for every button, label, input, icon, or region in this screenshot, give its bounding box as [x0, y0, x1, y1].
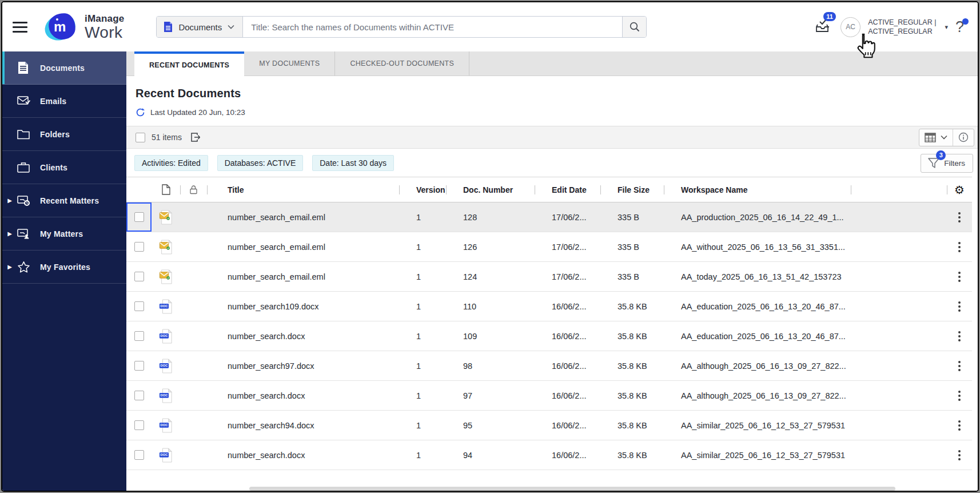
row-select-cell	[126, 381, 152, 410]
row-checkbox[interactable]	[134, 361, 144, 371]
info-button[interactable]	[953, 129, 974, 146]
select-all-checkbox[interactable]	[136, 133, 145, 142]
header-select-column	[126, 177, 152, 202]
table-body: number_search_email.eml 1 128 17/06/2...…	[126, 202, 972, 470]
row-checkbox[interactable]	[134, 450, 144, 460]
refresh-icon[interactable]	[136, 108, 145, 117]
filter-chips-row: Activities: Edited Databases: ACTIVE Dat…	[134, 153, 973, 173]
row-actions-kebab-icon[interactable]	[947, 331, 972, 341]
clients-icon	[17, 161, 31, 174]
search-scope-dropdown[interactable]: Documents	[157, 17, 243, 37]
row-checkbox[interactable]	[134, 301, 144, 311]
cell-version: 1	[399, 242, 446, 252]
table-view-button[interactable]	[919, 129, 953, 146]
row-actions-kebab-icon[interactable]	[947, 212, 972, 222]
expand-chevron-icon[interactable]: ▶	[2, 264, 17, 270]
tab-recent-documents[interactable]: RECENT DOCUMENTS	[134, 51, 244, 76]
horizontal-scrollbar-thumb[interactable]	[249, 487, 895, 491]
imanage-logo-icon: m	[45, 13, 78, 41]
tab-my-documents[interactable]: MY DOCUMENTS	[244, 51, 335, 75]
row-actions-kebab-icon[interactable]	[947, 301, 972, 312]
column-title[interactable]: Title	[207, 177, 399, 202]
cell-title[interactable]: number_search_email.eml	[207, 242, 399, 252]
row-actions-kebab-icon[interactable]	[947, 420, 972, 431]
cell-edit-date: 16/06/2...	[535, 332, 600, 341]
sidebar-item-my-favorites[interactable]: ▶ My Favorites	[2, 251, 126, 284]
sidebar-item-label: Clients	[40, 163, 67, 172]
row-checkbox[interactable]	[134, 391, 144, 400]
row-checkbox[interactable]	[134, 212, 144, 222]
filter-chip[interactable]: Databases: ACTIVE	[217, 155, 304, 171]
sidebar-item-clients[interactable]: ▶ Clients	[2, 151, 126, 184]
row-actions-kebab-icon[interactable]	[947, 361, 972, 371]
gear-icon[interactable]: ⚙	[954, 184, 965, 196]
table-row[interactable]: number_search_email.eml 1 126 17/06/2...…	[126, 232, 972, 262]
column-doc-number[interactable]: Doc. Number	[446, 177, 535, 202]
notifications-button[interactable]: 11	[814, 17, 833, 37]
expand-chevron-icon[interactable]: ▶	[2, 230, 17, 237]
table-row[interactable]: DOC number_search109.docx 1 110 16/06/2.…	[126, 292, 972, 321]
column-version[interactable]: Version	[399, 177, 446, 202]
tab-strip: RECENT DOCUMENTS MY DOCUMENTS CHECKED-OU…	[126, 51, 978, 76]
hamburger-menu-icon[interactable]	[13, 22, 27, 33]
table-row[interactable]: DOC number_search94.docx 1 95 16/06/2...…	[126, 411, 972, 440]
search-input[interactable]	[243, 17, 622, 37]
cell-version: 1	[399, 272, 446, 281]
table-row[interactable]: number_search_email.eml 1 124 17/06/2...…	[126, 262, 972, 292]
cell-title[interactable]: number_search94.docx	[207, 421, 399, 430]
cell-file-size: 35.8 KB	[600, 361, 664, 371]
row-actions-kebab-icon[interactable]	[947, 242, 972, 252]
cell-title[interactable]: number_search_email.eml	[207, 213, 399, 222]
export-icon[interactable]	[190, 132, 201, 143]
row-actions-kebab-icon[interactable]	[947, 450, 972, 460]
table-row[interactable]: DOC number_search.docx 1 94 16/06/2... 3…	[126, 440, 972, 470]
filter-chip[interactable]: Activities: Edited	[134, 155, 208, 171]
help-button[interactable]: ?	[955, 18, 969, 36]
sidebar-item-folders[interactable]: ▶ Folders	[2, 118, 126, 151]
row-checkbox[interactable]	[134, 420, 144, 430]
column-file-size[interactable]: File Size	[600, 177, 664, 202]
column-workspace-name[interactable]: Workspace Name	[664, 177, 851, 202]
table-row[interactable]: DOC number_search.docx 1 109 16/06/2... …	[126, 321, 972, 351]
logo-text-work: Work	[85, 25, 124, 41]
cell-title[interactable]: number_search.docx	[207, 451, 399, 460]
tab-label: RECENT DOCUMENTS	[149, 61, 229, 69]
view-options-group	[919, 129, 974, 146]
row-checkbox[interactable]	[134, 242, 144, 252]
cell-title[interactable]: number_search_email.eml	[207, 272, 399, 281]
sidebar-item-label: Folders	[40, 130, 70, 139]
cell-title[interactable]: number_search.docx	[207, 332, 399, 341]
cell-title[interactable]: number_search.docx	[207, 391, 399, 400]
column-edit-date[interactable]: Edit Date	[535, 177, 600, 202]
document-type-icon	[164, 21, 173, 33]
cell-title[interactable]: number_search97.docx	[207, 361, 399, 371]
row-checkbox[interactable]	[134, 331, 144, 341]
sidebar-item-my-matters[interactable]: ▶ My Matters	[2, 217, 126, 251]
tab-checked-out-documents[interactable]: CHECKED-OUT DOCUMENTS	[335, 51, 469, 75]
doc-file-icon: DOC	[152, 299, 180, 315]
cell-version: 1	[399, 302, 446, 311]
documents-table: Title Version Doc. Number Edit Date File…	[126, 177, 972, 470]
filters-button[interactable]: 3 Filters	[921, 154, 973, 173]
tab-label: MY DOCUMENTS	[259, 59, 320, 67]
cell-doc-number: 126	[446, 242, 535, 252]
row-actions-kebab-icon[interactable]	[947, 391, 972, 401]
emails-icon	[17, 94, 31, 108]
email-file-icon	[152, 269, 180, 285]
expand-chevron-icon[interactable]: ▶	[2, 197, 17, 204]
table-row[interactable]: DOC number_search97.docx 1 98 16/06/2...…	[126, 351, 972, 381]
filter-chip[interactable]: Date: Last 30 days	[312, 155, 394, 171]
table-row[interactable]: number_search_email.eml 1 128 17/06/2...…	[126, 202, 972, 232]
table-row[interactable]: DOC number_search.docx 1 97 16/06/2... 3…	[126, 381, 972, 411]
cell-title[interactable]: number_search109.docx	[207, 302, 399, 311]
search-button[interactable]	[622, 17, 646, 37]
row-actions-kebab-icon[interactable]	[947, 272, 972, 282]
sidebar-item-documents[interactable]: ▶ Documents	[2, 51, 126, 85]
cell-file-size: 35.8 KB	[600, 332, 664, 341]
sidebar-item-emails[interactable]: ▶ Emails	[2, 85, 126, 118]
user-avatar[interactable]: AC	[840, 17, 861, 37]
sidebar-item-recent-matters[interactable]: ▶ Recent Matters	[2, 184, 126, 217]
cell-doc-number: 128	[446, 213, 535, 222]
row-checkbox[interactable]	[134, 272, 144, 281]
user-menu-caret-icon[interactable]: ▾	[945, 23, 948, 31]
